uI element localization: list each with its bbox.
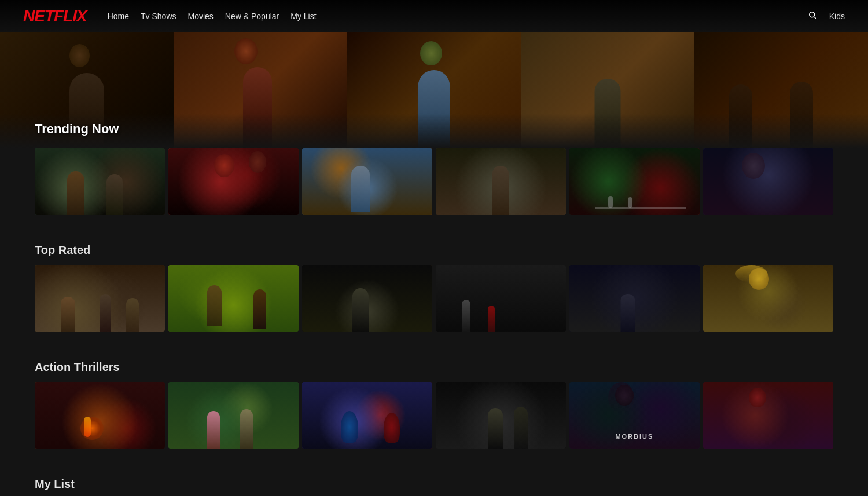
top-rated-card-3[interactable]: [302, 265, 432, 332]
top-rated-title: Top Rated: [35, 244, 833, 257]
search-icon: [807, 10, 818, 20]
action-card-2[interactable]: [168, 382, 299, 449]
navbar-right: Kids: [807, 10, 845, 23]
top-rated-card-5[interactable]: [569, 265, 700, 332]
trending-card-1[interactable]: [35, 148, 165, 215]
action-card-4[interactable]: [436, 382, 566, 449]
trending-now-row: [35, 148, 833, 215]
my-list-title: My List: [35, 477, 833, 491]
top-rated-card-1[interactable]: [35, 265, 165, 332]
top-rated-row: [35, 265, 833, 332]
action-card-1[interactable]: [35, 382, 165, 449]
top-rated-card-6[interactable]: [703, 265, 833, 332]
action-card-5[interactable]: MORBIUS: [569, 382, 700, 449]
navbar: NETFLIX Home Tv Shows Movies New & Popul…: [0, 0, 868, 32]
kids-link[interactable]: Kids: [829, 12, 845, 21]
action-card-6[interactable]: [703, 382, 833, 449]
trending-card-2[interactable]: [168, 148, 299, 215]
trending-now-section: [0, 148, 868, 232]
nav-item-home[interactable]: Home: [108, 11, 129, 21]
nav-item-new-popular[interactable]: New & Popular: [225, 11, 279, 21]
nav-links: Home Tv Shows Movies New & Popular My Li…: [108, 11, 807, 21]
action-thrillers-section: Action Thrillers: [0, 349, 868, 466]
trending-card-3[interactable]: [302, 148, 432, 215]
top-rated-card-2[interactable]: [168, 265, 299, 332]
search-button[interactable]: [807, 10, 818, 23]
my-list-section: My List: [0, 466, 868, 496]
hero-section-label: Trending Now: [35, 122, 119, 137]
action-card-3[interactable]: [302, 382, 432, 449]
action-thrillers-title: Action Thrillers: [35, 361, 833, 374]
top-rated-card-4[interactable]: [436, 265, 566, 332]
nav-item-my-list[interactable]: My List: [290, 11, 316, 21]
hero-banner: Trending Now: [0, 32, 868, 148]
top-rated-section: Top Rated: [0, 232, 868, 349]
banner-overlay: [0, 113, 868, 148]
trending-card-6[interactable]: [703, 148, 833, 215]
netflix-logo[interactable]: NETFLIX: [23, 7, 87, 25]
action-thrillers-row: MORBIUS: [35, 382, 833, 449]
nav-item-tvshows[interactable]: Tv Shows: [141, 11, 176, 21]
trending-card-4[interactable]: [436, 148, 566, 215]
nav-item-movies[interactable]: Movies: [188, 11, 214, 21]
trending-card-5[interactable]: [569, 148, 700, 215]
